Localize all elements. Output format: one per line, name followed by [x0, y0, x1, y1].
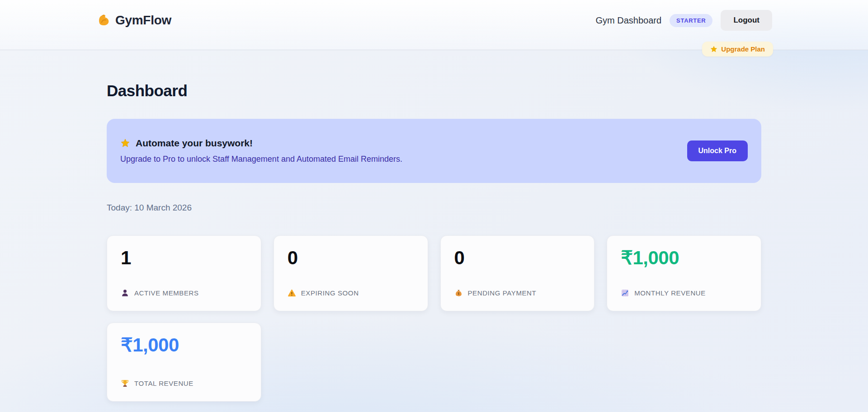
page-title: Dashboard — [107, 82, 761, 100]
trophy-icon — [121, 379, 129, 388]
banner-subtitle: Upgrade to Pro to unlock Staff Managemen… — [120, 154, 748, 164]
warning-triangle-icon — [288, 289, 296, 297]
star-icon — [120, 138, 130, 148]
money-bag-icon — [454, 289, 463, 297]
today-date: Today: 10 March 2026 — [107, 203, 761, 213]
banner-title: Automate your busywork! — [136, 138, 253, 149]
stat-card-pending-payment: 0 PENDING PAYMENT — [440, 235, 595, 311]
stat-value: ₹1,000 — [121, 335, 247, 356]
brand-logo[interactable]: GymFlow — [96, 13, 171, 28]
banner-title-row: Automate your busywork! — [120, 138, 748, 149]
main-content: Dashboard Automate your busywork! Upgrad… — [107, 82, 761, 402]
stats-grid: 1 ACTIVE MEMBERS 0 EX — [107, 235, 761, 402]
chart-increasing-icon — [621, 289, 629, 297]
stat-card-expiring-soon: 0 EXPIRING SOON — [274, 235, 428, 311]
upgrade-plan-label: Upgrade Plan — [721, 45, 765, 53]
flexed-biceps-icon — [96, 13, 110, 28]
upgrade-plan-button[interactable]: Upgrade Plan — [702, 42, 773, 56]
stat-card-monthly-revenue: ₹1,000 MONTHLY REVENUE — [607, 235, 761, 311]
stat-label: EXPIRING SOON — [301, 289, 359, 297]
stat-card-active-members: 1 ACTIVE MEMBERS — [107, 235, 261, 311]
brand-name: GymFlow — [115, 13, 171, 28]
nav-title: Gym Dashboard — [595, 15, 661, 26]
person-silhouette-icon — [121, 289, 129, 297]
stat-label: ACTIVE MEMBERS — [134, 289, 199, 297]
stat-label: PENDING PAYMENT — [468, 289, 537, 297]
app-root: GymFlow Gym Dashboard STARTER Logout Upg… — [0, 0, 868, 412]
stat-value: 0 — [288, 248, 414, 268]
stat-label: TOTAL REVENUE — [134, 379, 193, 387]
star-icon — [710, 46, 717, 53]
stat-value: ₹1,000 — [621, 248, 747, 268]
unlock-pro-button[interactable]: Unlock Pro — [687, 140, 748, 161]
stat-value: 0 — [454, 248, 581, 268]
plan-badge: STARTER — [670, 14, 712, 27]
logout-button[interactable]: Logout — [721, 10, 772, 31]
stat-label: MONTHLY REVENUE — [634, 289, 706, 297]
upsell-banner: Automate your busywork! Upgrade to Pro t… — [107, 119, 761, 183]
stat-value: 1 — [121, 248, 247, 268]
stat-card-total-revenue: ₹1,000 TOTAL REVENUE — [107, 323, 261, 402]
